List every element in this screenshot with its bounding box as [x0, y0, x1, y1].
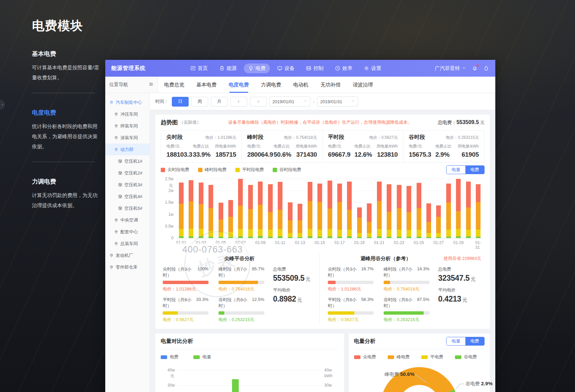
callout-label: 谷电费 [466, 381, 480, 386]
trend-bar-01-30 [466, 182, 471, 238]
tab-谐波治理[interactable]: 谐波治理 [353, 77, 373, 93]
legend-电量[interactable]: 电量 [193, 354, 211, 360]
sidebar-item-空压机1#[interactable]: 空压机1# [105, 155, 150, 167]
stat-header: 平时段电价：0.5627元 [328, 134, 398, 141]
next-period-button[interactable] [250, 97, 267, 107]
sidebar-item-发动机厂[interactable]: 发动机厂 [105, 249, 150, 261]
trend-bar-01-25 [417, 183, 421, 238]
y-axis-label: 1w [168, 212, 174, 217]
notifications-bell-icon[interactable] [472, 65, 478, 71]
bar-segment-尖时段电费 [357, 207, 362, 218]
bar-segment-平时段电费 [219, 232, 223, 237]
legend-平电费[interactable]: 平电费 [421, 354, 444, 360]
legend-label: 峰电费 [397, 354, 410, 360]
bar-segment-平时段电费 [238, 229, 243, 236]
nav-item-控制[interactable]: 控制 [302, 64, 328, 73]
sidebar-item-空压机2#[interactable]: 空压机2# [105, 167, 150, 179]
analysis-item-平时段（共6小时）: 平时段（共6小时）33.3%电价：0.5627元 [163, 297, 208, 323]
chevron-down-icon [462, 66, 466, 70]
time-mode-日[interactable]: 日 [172, 97, 189, 107]
sidebar-item-焊装车间[interactable]: 焊装车间 [105, 120, 150, 132]
date-from-select[interactable]: 2019/01/01 [269, 96, 310, 107]
legend-谷电费[interactable]: 谷电费 [455, 354, 477, 360]
chevron-left-icon [236, 99, 241, 104]
meter-icon [118, 206, 122, 210]
analysis-item-pct: 14.3% [417, 266, 429, 278]
toggle-option-电费[interactable]: 电费 [465, 166, 484, 174]
analysis-item-尖时段（共3小时）: 尖时段（共3小时）16.7%电价：1.01286元 [328, 266, 374, 292]
nav-item-能源[interactable]: 能源 [215, 64, 241, 73]
date-to-value: 2019/01/31 [320, 99, 342, 104]
tab-力调电费[interactable]: 力调电费 [261, 77, 281, 93]
toggle-option-电量[interactable]: 电量 [447, 166, 465, 174]
bar-segment-尖时段电费 [446, 184, 451, 202]
tab-无功补偿[interactable]: 无功补偿 [320, 77, 341, 93]
bar-segment-谷时段电费 [436, 237, 441, 238]
nav-item-label: 电费 [256, 65, 266, 72]
toggle-option-电费[interactable]: 电费 [465, 337, 484, 345]
nav-item-设备[interactable]: 设备 [273, 64, 299, 73]
legend-平时段电费[interactable]: 平时段电费 [235, 167, 264, 173]
trend-bar-01-07 [238, 179, 243, 238]
trend-unit-toggle: 电量电费 [446, 165, 485, 174]
intro-divider [32, 162, 95, 162]
bar-segment-峰时段电费 [446, 202, 451, 229]
panel-collapse-handle[interactable]: › [0, 100, 5, 110]
legend-尖时段电费[interactable]: 尖时段电费 [161, 167, 189, 173]
stat-value: 69667.9 [328, 151, 355, 158]
toggle-option-电量[interactable]: 电量 [447, 337, 465, 345]
trend-bar-01-05 [219, 203, 223, 238]
sidebar-item-涂装车间[interactable]: 涂装车间 [105, 132, 150, 144]
x-axis-label: 01-19 [354, 240, 365, 245]
bar-segment-尖时段电费 [397, 185, 401, 208]
legend-峰电费[interactable]: 峰电费 [388, 354, 410, 360]
legend-电费[interactable]: 电费 [161, 354, 179, 360]
bar-segment-峰时段电费 [248, 209, 253, 229]
x-axis-label: 01-25 [414, 240, 424, 245]
sidebar-item-冲压车间[interactable]: 冲压车间 [105, 108, 150, 120]
stat-price: 电价：0.754018元 [284, 135, 317, 141]
summary-label: 平均电价 [438, 287, 481, 293]
time-mode-周[interactable]: 周 [191, 97, 208, 107]
legend-label: 电费 [170, 354, 179, 360]
sidebar-item-中央空调[interactable]: 中央空调 [105, 214, 150, 226]
sidebar-item-零件部仓库[interactable]: 零件部仓库 [105, 261, 150, 273]
bar-segment-尖时段电费 [387, 184, 391, 212]
tab-电度电费[interactable]: 电度电费 [229, 77, 249, 93]
stat-col-label: 电费/元 [166, 144, 193, 149]
bar-segment-平时段电费 [456, 229, 461, 236]
nav-item-设置[interactable]: 设置 [359, 64, 386, 73]
gridline [176, 179, 483, 179]
tab-基本电费[interactable]: 基本电费 [196, 77, 217, 93]
date-to-select[interactable]: 2019/01/31 [317, 96, 358, 107]
time-mode-月[interactable]: 月 [211, 97, 228, 107]
tenant-menu[interactable]: 广汽菲亚特 [435, 65, 466, 72]
trend-bar-01-03 [199, 183, 203, 238]
meter-icon [118, 183, 122, 187]
tab-电费总览[interactable]: 电费总览 [164, 77, 184, 93]
trend-bar-01-19 [357, 207, 362, 238]
legend-谷时段电费[interactable]: 谷时段电费 [273, 167, 301, 173]
tab-电动机[interactable]: 电动机 [293, 77, 308, 93]
filter-icon[interactable] [149, 82, 154, 88]
legend-尖电费[interactable]: 尖电费 [354, 354, 376, 360]
intro-heading: 电度电费 [32, 109, 101, 117]
sidebar-item-动力部[interactable]: 动力部 [105, 144, 150, 155]
sidebar-item-汽车制造中心[interactable]: 汽车制造中心 [105, 96, 150, 108]
trend-card: 趋势图 （实际值） 设备尽量在峰段（高电价）时刻检修，在平或谷（低电价）生产运行… [155, 115, 490, 329]
nav-item-首页[interactable]: 首页 [186, 64, 212, 73]
bar-segment-谷时段电费 [476, 237, 481, 238]
legend-峰时段电费[interactable]: 峰时段电费 [198, 167, 227, 173]
sidebar-item-总装车间[interactable]: 总装车间 [105, 238, 150, 249]
sidebar-item-空压机5#[interactable]: 空压机5# [105, 202, 150, 214]
nav-item-电费[interactable]: 电费 [244, 64, 270, 73]
sidebar-item-空压机3#[interactable]: 空压机3# [105, 179, 150, 191]
nav-item-效率[interactable]: 效率 [331, 64, 357, 73]
water-drop-icon[interactable] [483, 65, 489, 71]
sidebar-item-空压机4#[interactable]: 空压机4# [105, 191, 150, 202]
progress-fill [219, 311, 224, 315]
sidebar-header: 位置导航 [105, 77, 158, 93]
prev-period-button[interactable] [230, 97, 247, 107]
sidebar-item-配套中心[interactable]: 配套中心 [105, 226, 150, 238]
intro-body: 统计和分析各时段的电费和用电关系，为避峰用谷提供决策依据。 [32, 121, 101, 152]
